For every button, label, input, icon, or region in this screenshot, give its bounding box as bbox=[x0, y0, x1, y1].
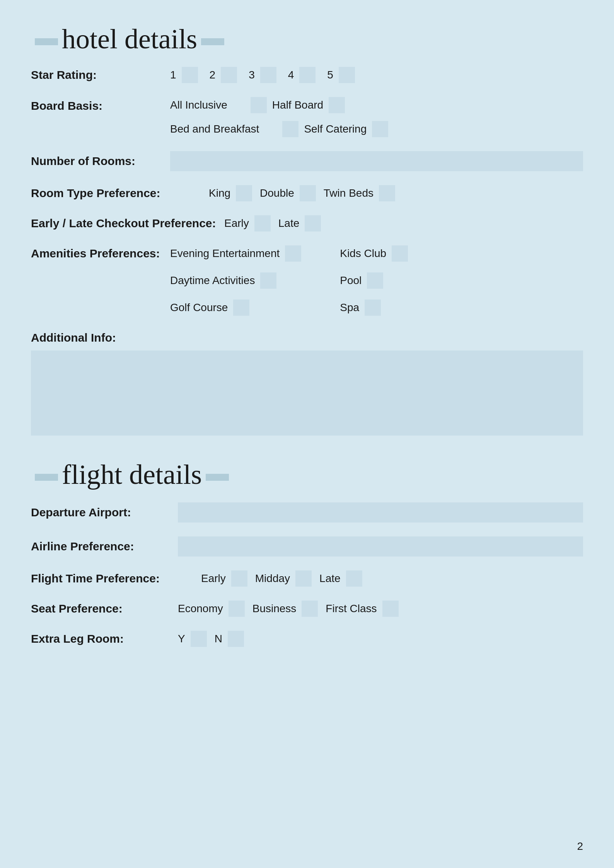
king-label: King bbox=[209, 187, 230, 199]
late-checkout-item: Late bbox=[278, 215, 321, 231]
early-flight-label: Early bbox=[201, 572, 226, 585]
late-flight-checkbox[interactable] bbox=[346, 570, 362, 587]
extra-leg-n-checkbox[interactable] bbox=[228, 631, 244, 647]
kids-club-label: Kids Club bbox=[340, 247, 386, 260]
board-row-1: All Inclusive Half Board bbox=[170, 97, 388, 113]
amenities-options: Evening Entertainment Daytime Activities… bbox=[170, 245, 408, 316]
num-rooms-row: Number of Rooms: bbox=[31, 151, 583, 171]
double-label: Double bbox=[260, 187, 294, 199]
twin-beds-item: Twin Beds bbox=[324, 185, 395, 201]
board-row-2: Bed and Breakfast Self Catering bbox=[170, 121, 388, 137]
self-catering-checkbox[interactable] bbox=[372, 121, 388, 137]
early-checkout-checkbox[interactable] bbox=[254, 215, 271, 231]
kids-club-checkbox[interactable] bbox=[392, 245, 408, 262]
additional-info-label: Additional Info: bbox=[31, 331, 583, 344]
star-3-checkbox[interactable] bbox=[260, 67, 276, 83]
departure-row: Departure Airport: bbox=[31, 502, 583, 523]
star-5-label: 5 bbox=[327, 69, 333, 81]
star-rating-label: Star Rating: bbox=[31, 68, 170, 82]
daytime-activities-checkbox[interactable] bbox=[260, 272, 276, 289]
additional-info-textarea[interactable] bbox=[31, 351, 583, 436]
economy-checkbox[interactable] bbox=[229, 601, 245, 617]
double-checkbox[interactable] bbox=[300, 185, 316, 201]
first-class-checkbox[interactable] bbox=[382, 601, 399, 617]
hotel-details-title: hotel details bbox=[31, 23, 228, 55]
daytime-activities-label: Daytime Activities bbox=[170, 274, 255, 287]
extra-leg-y-label: Y bbox=[178, 633, 185, 645]
num-rooms-label: Number of Rooms: bbox=[31, 155, 170, 168]
flight-time-row: Flight Time Preference: Early Midday Lat… bbox=[31, 570, 583, 587]
first-class-label: First Class bbox=[326, 602, 377, 615]
late-checkout-checkbox[interactable] bbox=[305, 215, 321, 231]
extra-leg-n-label: N bbox=[215, 633, 222, 645]
kids-club-item: Kids Club bbox=[340, 245, 408, 262]
star-2-item: 2 bbox=[210, 67, 237, 83]
star-3-label: 3 bbox=[249, 69, 255, 81]
spa-label: Spa bbox=[340, 301, 359, 314]
airline-row: Airline Preference: bbox=[31, 536, 583, 557]
self-catering-item: Self Catering bbox=[282, 121, 388, 137]
departure-input[interactable] bbox=[178, 502, 583, 523]
first-class-item: First Class bbox=[326, 601, 398, 617]
flight-time-label: Flight Time Preference: bbox=[31, 572, 201, 585]
spa-checkbox[interactable] bbox=[365, 300, 381, 316]
evening-entertainment-label: Evening Entertainment bbox=[170, 247, 280, 260]
checkout-group: Early Late bbox=[224, 215, 321, 231]
golf-course-checkbox[interactable] bbox=[233, 300, 249, 316]
seat-row: Seat Preference: Economy Business First … bbox=[31, 601, 583, 617]
num-rooms-input[interactable] bbox=[170, 151, 583, 171]
all-inclusive-checkbox[interactable] bbox=[251, 97, 267, 113]
room-type-label: Room Type Preference: bbox=[31, 187, 209, 200]
self-catering-label: Self Catering bbox=[304, 123, 367, 135]
early-checkout-item: Early bbox=[224, 215, 271, 231]
early-checkout-label: Early bbox=[224, 217, 249, 230]
star-1-checkbox[interactable] bbox=[182, 67, 198, 83]
all-inclusive-item: All Inclusive bbox=[170, 99, 227, 111]
star-4-label: 4 bbox=[288, 69, 294, 81]
flight-details-section: flight details Departure Airport: Airlin… bbox=[31, 459, 583, 647]
twin-beds-checkbox[interactable] bbox=[379, 185, 395, 201]
star-5-checkbox[interactable] bbox=[339, 67, 355, 83]
star-4-item: 4 bbox=[288, 67, 316, 83]
bed-breakfast-checkbox[interactable] bbox=[282, 121, 298, 137]
midday-flight-checkbox[interactable] bbox=[295, 570, 312, 587]
amenities-row: Amenities Preferences: Evening Entertain… bbox=[31, 245, 583, 316]
midday-flight-item: Midday bbox=[255, 570, 312, 587]
airline-input[interactable] bbox=[178, 536, 583, 557]
extra-leg-group: Y N bbox=[178, 631, 244, 647]
business-checkbox[interactable] bbox=[302, 601, 318, 617]
bed-breakfast-item: Bed and Breakfast bbox=[170, 123, 259, 135]
twin-beds-label: Twin Beds bbox=[324, 187, 374, 199]
star-rating-row: Star Rating: 1 2 3 4 5 bbox=[31, 67, 583, 83]
departure-label: Departure Airport: bbox=[31, 506, 178, 519]
seat-label: Seat Preference: bbox=[31, 602, 178, 615]
evening-entertainment-checkbox[interactable] bbox=[285, 245, 301, 262]
economy-label: Economy bbox=[178, 602, 223, 615]
evening-entertainment-item: Evening Entertainment bbox=[170, 245, 301, 262]
late-flight-item: Late bbox=[319, 570, 362, 587]
half-board-checkbox[interactable] bbox=[329, 97, 345, 113]
early-flight-checkbox[interactable] bbox=[231, 570, 247, 587]
extra-leg-y-item: Y bbox=[178, 631, 207, 647]
king-checkbox[interactable] bbox=[236, 185, 252, 201]
pool-item: Pool bbox=[340, 272, 408, 289]
business-label: Business bbox=[252, 602, 297, 615]
extra-leg-row: Extra Leg Room: Y N bbox=[31, 631, 583, 647]
page-number: 2 bbox=[577, 840, 583, 853]
additional-info-section: Additional Info: bbox=[31, 331, 583, 436]
room-type-row: Room Type Preference: King Double Twin B… bbox=[31, 185, 583, 201]
extra-leg-label: Extra Leg Room: bbox=[31, 632, 178, 645]
pool-checkbox[interactable] bbox=[367, 272, 383, 289]
double-item: Double bbox=[260, 185, 316, 201]
extra-leg-y-checkbox[interactable] bbox=[191, 631, 207, 647]
star-1-label: 1 bbox=[170, 69, 176, 81]
hotel-details-section: hotel details Star Rating: 1 2 3 4 5 bbox=[31, 23, 583, 436]
checkout-row: Early / Late Checkout Preference: Early … bbox=[31, 215, 583, 231]
star-2-checkbox[interactable] bbox=[221, 67, 237, 83]
star-4-checkbox[interactable] bbox=[299, 67, 316, 83]
amenities-col-2: Kids Club Pool Spa bbox=[340, 245, 408, 316]
bed-breakfast-label: Bed and Breakfast bbox=[170, 123, 259, 135]
board-basis-row: Board Basis: All Inclusive Half Board Be… bbox=[31, 97, 583, 137]
golf-course-label: Golf Course bbox=[170, 301, 228, 314]
daytime-activities-item: Daytime Activities bbox=[170, 272, 301, 289]
